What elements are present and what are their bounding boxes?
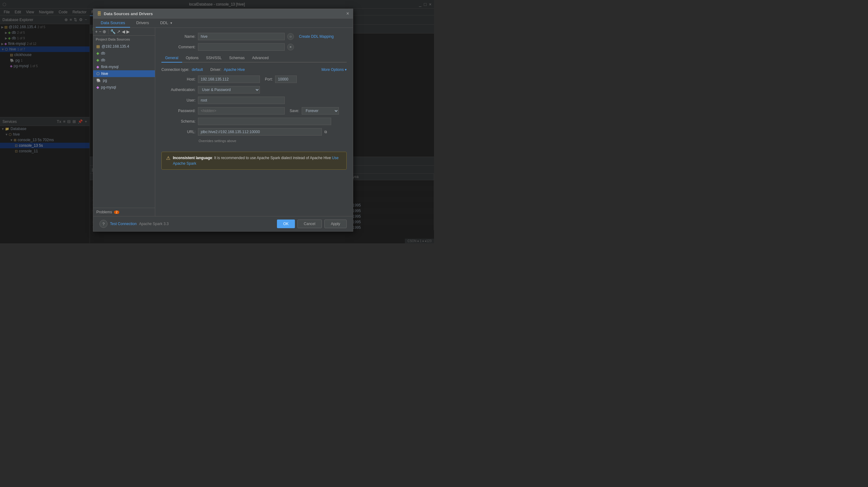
data-sources-dialog: 🗄 Data Sources and Drivers × Data Source… bbox=[93, 9, 353, 232]
ds-list-section-label: Project Data Sources bbox=[93, 36, 155, 43]
dialog-title: Data Sources and Drivers bbox=[104, 11, 153, 16]
schema-row: Schema: bbox=[161, 118, 347, 125]
save-label: Save: bbox=[290, 109, 299, 113]
name-input[interactable] bbox=[198, 33, 285, 40]
conn-type-row: Connection type: default Driver: Apache … bbox=[161, 67, 347, 72]
auth-select[interactable]: User & Password bbox=[198, 86, 260, 94]
auth-row: Authentication: User & Password bbox=[161, 86, 347, 94]
url-row: URL: ⧉ bbox=[161, 128, 347, 136]
ds-item-label: hive bbox=[101, 71, 108, 76]
host-row: Host: Port: bbox=[161, 75, 347, 83]
overrides-label: Overrides settings above bbox=[198, 139, 236, 143]
pg-mysql-ds-icon: ◆ bbox=[96, 85, 99, 90]
warning-icon: ⚠ bbox=[166, 155, 170, 161]
dialog-right-panel: Name: ○ Create DDL Mapping Comment: × Ge… bbox=[155, 28, 353, 216]
ds-item-icon: ◆ bbox=[96, 58, 99, 62]
ds-item-label: pg-mysql bbox=[101, 85, 116, 90]
remove-datasource-button[interactable]: − bbox=[99, 29, 101, 34]
cancel-button[interactable]: Cancel bbox=[298, 220, 322, 228]
comment-circle-button[interactable]: × bbox=[287, 44, 294, 51]
ds-item-icon: ◆ bbox=[96, 51, 99, 56]
dialog-nav-tabs: Data Sources Drivers DDL ▾ bbox=[93, 19, 353, 28]
ds-nav-back[interactable]: ◀ bbox=[122, 29, 125, 34]
copy-datasource-button[interactable]: ⊕ bbox=[102, 29, 106, 34]
dialog-action-buttons: OK Cancel Apply bbox=[277, 220, 347, 228]
warning-text: Inconsistent language: It is recommended… bbox=[173, 155, 342, 166]
conn-type-label: Connection type: bbox=[161, 67, 189, 72]
hive-ds-icon: ⬡ bbox=[96, 71, 99, 76]
comment-input[interactable] bbox=[198, 43, 285, 51]
ddl-arrow: ▾ bbox=[170, 21, 172, 25]
user-row: User: bbox=[161, 97, 347, 104]
ds-item-icon: ◆ bbox=[96, 65, 99, 69]
ds-sep bbox=[108, 29, 108, 34]
create-ddl-link[interactable]: Create DDL Mapping bbox=[299, 34, 334, 39]
driver-label: Driver: bbox=[210, 67, 221, 72]
schema-label: Schema: bbox=[161, 119, 195, 124]
problems-count: 2 bbox=[114, 210, 120, 214]
ds-item-flink[interactable]: ◆ flink-mysql bbox=[93, 63, 155, 70]
comment-row: Comment: × bbox=[161, 43, 347, 51]
ds-item-icon: ▤ bbox=[96, 44, 100, 48]
config-tab-options[interactable]: Options bbox=[182, 54, 202, 63]
config-tab-schemas[interactable]: Schemas bbox=[225, 54, 248, 63]
comment-label: Comment: bbox=[161, 45, 195, 49]
config-tabs: General Options SSH/SSL Schemas Advanced bbox=[161, 54, 347, 63]
ds-item-db3[interactable]: ◆ db bbox=[93, 57, 155, 63]
navigate-button[interactable]: ↗ bbox=[117, 29, 121, 34]
port-input[interactable] bbox=[275, 75, 297, 83]
config-tab-general[interactable]: General bbox=[161, 54, 182, 63]
driver-value[interactable]: Apache Hive bbox=[224, 67, 245, 72]
password-row: Password: Save: Forever Session bbox=[161, 107, 347, 115]
test-connection-button[interactable]: Test Connection bbox=[110, 222, 136, 226]
ds-list-toolbar: + − ⊕ 🔧 ↗ ◀ ▶ bbox=[93, 28, 155, 36]
config-tab-advanced[interactable]: Advanced bbox=[248, 54, 272, 63]
name-row: Name: ○ Create DDL Mapping bbox=[161, 33, 347, 40]
apply-button[interactable]: Apply bbox=[324, 220, 347, 228]
configure-button[interactable]: 🔧 bbox=[110, 29, 116, 34]
ok-button[interactable]: OK bbox=[277, 220, 294, 228]
nav-tab-datasources[interactable]: Data Sources bbox=[96, 19, 130, 28]
dialog-titlebar: 🗄 Data Sources and Drivers × bbox=[93, 9, 353, 19]
dialog-left-panel: + − ⊕ 🔧 ↗ ◀ ▶ Project Data Sources ▤ @19… bbox=[93, 28, 155, 216]
more-options-link[interactable]: More Options ▾ bbox=[321, 67, 347, 72]
name-label: Name: bbox=[161, 34, 195, 39]
schema-input[interactable] bbox=[198, 118, 331, 125]
warning-box: ⚠ Inconsistent language: It is recommend… bbox=[161, 152, 347, 170]
ds-item-label: db bbox=[101, 58, 105, 62]
problems-label: Problems bbox=[96, 210, 112, 214]
save-select[interactable]: Forever Session bbox=[302, 107, 339, 115]
config-tab-ssh[interactable]: SSH/SSL bbox=[202, 54, 225, 63]
url-overrides-text: Overrides settings above bbox=[161, 139, 347, 143]
nav-tab-drivers[interactable]: Drivers bbox=[131, 19, 154, 28]
ds-item-label: db bbox=[101, 51, 105, 56]
dialog-title-left: 🗄 Data Sources and Drivers bbox=[97, 11, 153, 16]
ds-item-db1[interactable]: ▤ @192.168.135.4 bbox=[93, 43, 155, 50]
url-input[interactable] bbox=[198, 128, 322, 136]
ds-item-db2[interactable]: ◆ db bbox=[93, 50, 155, 57]
ds-item-hive[interactable]: ⬡ hive bbox=[93, 70, 155, 77]
port-label: Port: bbox=[265, 77, 273, 82]
host-input[interactable] bbox=[198, 75, 260, 83]
dialog-body: + − ⊕ 🔧 ↗ ◀ ▶ Project Data Sources ▤ @19… bbox=[93, 28, 353, 216]
add-datasource-button[interactable]: + bbox=[95, 29, 98, 34]
user-label: User: bbox=[161, 98, 195, 102]
user-input[interactable] bbox=[198, 97, 285, 104]
url-expand-button[interactable]: ⧉ bbox=[324, 130, 327, 134]
auth-label: Authentication: bbox=[161, 88, 195, 92]
password-input[interactable] bbox=[198, 107, 285, 115]
dialog-footer: ? Test Connection Apache Spark 3.3 OK Ca… bbox=[93, 216, 353, 231]
name-circle-button[interactable]: ○ bbox=[287, 33, 294, 40]
nav-tab-ddl[interactable]: DDL ▾ bbox=[155, 19, 177, 28]
pg-ds-icon: 🐘 bbox=[96, 78, 101, 83]
url-label: URL: bbox=[161, 130, 195, 134]
ds-item-pg[interactable]: 🐘 pg bbox=[93, 77, 155, 84]
ds-problems[interactable]: Problems 2 bbox=[93, 208, 155, 216]
dialog-close-button[interactable]: × bbox=[346, 11, 349, 17]
ds-item-pg-mysql[interactable]: ◆ pg-mysql bbox=[93, 84, 155, 91]
db-title-icon: 🗄 bbox=[97, 11, 101, 16]
password-label: Password: bbox=[161, 109, 195, 113]
help-button[interactable]: ? bbox=[99, 220, 107, 228]
conn-type-value[interactable]: default bbox=[192, 67, 203, 72]
ds-nav-forward[interactable]: ▶ bbox=[126, 29, 130, 34]
